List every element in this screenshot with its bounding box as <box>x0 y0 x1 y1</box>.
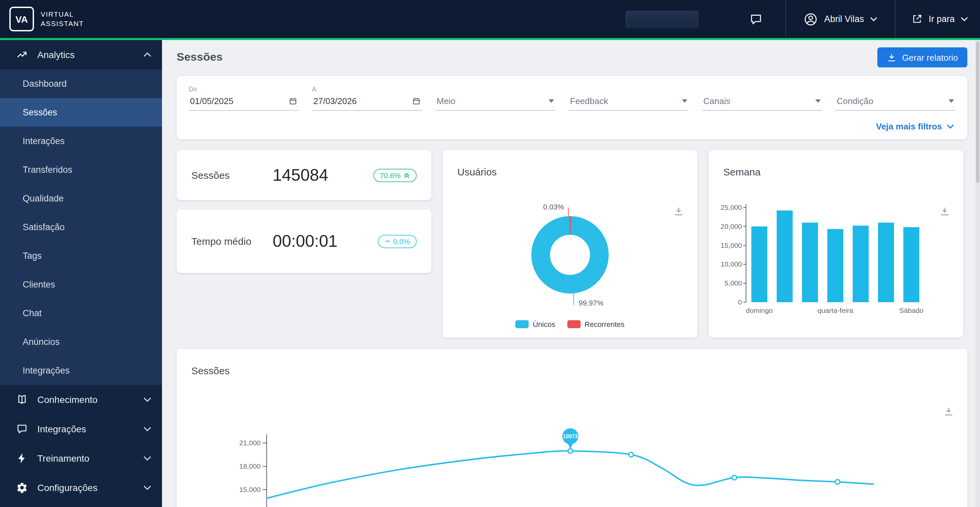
chevron-down-icon <box>143 426 151 432</box>
donut-legend: Únicos Recorrentes <box>443 320 697 328</box>
download-chart-button[interactable] <box>673 206 684 217</box>
svg-text:21,000: 21,000 <box>239 439 261 446</box>
user-avatar-icon <box>803 12 818 26</box>
sidebar-item-interacoes[interactable]: Interações <box>0 127 162 155</box>
feedback-select[interactable]: Feedback <box>569 94 689 111</box>
sidebar-item-chat[interactable]: Chat <box>0 299 162 328</box>
svg-text:19973: 19973 <box>563 434 578 439</box>
sidebar-item-transferidos[interactable]: Transferidos <box>0 155 162 184</box>
chat-button[interactable] <box>727 12 785 26</box>
app-logo: VA <box>10 7 34 31</box>
external-link-icon <box>912 13 923 25</box>
brand: VA VIRTUAL ASSISTANT <box>0 7 84 31</box>
calendar-icon[interactable] <box>289 97 298 105</box>
speech-bubble-icon <box>16 423 28 435</box>
legend-swatch-cyan <box>515 320 529 328</box>
sidebar-item-satisfacao[interactable]: Satisfação <box>0 213 162 241</box>
kpi-value: 00:00:01 <box>273 231 338 251</box>
svg-text:25,000: 25,000 <box>721 204 742 211</box>
main-content: Sessões Gerar relatorio De 01/05/2025 <box>162 40 980 507</box>
go-to-menu[interactable]: Ir para <box>895 13 980 25</box>
canais-select[interactable]: Canais <box>702 94 822 111</box>
user-menu[interactable]: Abril Vilas <box>786 12 895 26</box>
users-donut-chart <box>520 205 620 305</box>
sidebar-section-analytics[interactable]: Analytics <box>0 40 162 69</box>
sidebar-item-qualidade[interactable]: Qualidade <box>0 184 162 213</box>
generate-report-button[interactable]: Gerar relatorio <box>877 47 967 67</box>
sidebar-section-conhecimento[interactable]: Conhecimento <box>0 385 162 414</box>
page-scrollbar[interactable] <box>975 40 980 507</box>
svg-text:domingo: domingo <box>746 306 773 314</box>
donut-pointer-red <box>568 207 569 216</box>
gear-icon <box>16 481 28 494</box>
sessions-chart-card: Sessões 21,00018,00015,00019973 <box>177 349 967 507</box>
section-label: Treinamento <box>37 453 89 464</box>
calendar-icon[interactable] <box>412 97 421 105</box>
more-filters-link[interactable]: Veja mais filtros <box>876 121 954 131</box>
sidebar-item-dashboard[interactable]: Dashboard <box>0 69 162 98</box>
sessions-line-chart: 21,00018,00015,00019973 <box>187 421 951 507</box>
analytics-subnav: Dashboard Sessões Interações Transferido… <box>0 69 162 385</box>
chevron-down-icon <box>961 17 968 21</box>
date-to-label: A <box>312 85 422 93</box>
sidebar-item-anuncios[interactable]: Anúncios <box>0 328 162 356</box>
report-button-label: Gerar relatorio <box>902 53 958 62</box>
donut-small-slice-label: 0.03% <box>543 203 564 211</box>
chevron-down-icon <box>870 17 877 21</box>
filters-card: De 01/05/2025 A 27/03/2026 <box>177 76 967 139</box>
accent-line <box>0 38 980 40</box>
sidebar-item-tags[interactable]: Tags <box>0 241 162 270</box>
legend-label: Únicos <box>533 320 555 328</box>
sidebar-section-treinamento[interactable]: Treinamento <box>0 444 162 473</box>
svg-text:15,000: 15,000 <box>721 241 742 249</box>
sidebar-section-configuracoes[interactable]: Configurações <box>0 473 162 502</box>
delta-value: 0.0% <box>393 237 410 245</box>
chevron-down-icon <box>947 124 954 129</box>
sidebar: Analytics Dashboard Sessões Interações T… <box>0 40 162 507</box>
sidebar-item-clientes[interactable]: Clientes <box>0 270 162 299</box>
line-chart-icon <box>16 49 28 61</box>
users-card: Usuários 0.03% 99.97% Únicos Recorre <box>443 150 697 338</box>
select-label: Canais <box>703 96 730 106</box>
chevron-down-icon <box>143 397 151 402</box>
meio-select[interactable]: Meio <box>435 94 555 111</box>
download-chart-button[interactable] <box>943 406 954 417</box>
select-label: Condição <box>837 96 873 106</box>
chat-bubble-icon <box>749 12 763 26</box>
dropdown-arrow-icon <box>549 99 554 103</box>
select-label: Feedback <box>570 96 608 106</box>
logo-text: VA <box>16 14 28 24</box>
date-to-field[interactable]: A 27/03/2026 <box>312 85 422 111</box>
svg-text:quarta-feira: quarta-feira <box>817 306 853 314</box>
go-to-label: Ir para <box>929 14 955 24</box>
sidebar-item-sessoes[interactable]: Sessões <box>0 98 162 127</box>
kpi-label: Sessões <box>191 169 255 182</box>
delta-badge-up: 70.6% <box>373 169 417 182</box>
svg-text:0: 0 <box>738 298 742 306</box>
condicao-select[interactable]: Condição <box>835 94 955 111</box>
card-title: Usuários <box>457 166 497 177</box>
kpi-value: 145084 <box>273 166 328 185</box>
date-from-field[interactable]: De 01/05/2025 <box>189 85 299 111</box>
chevron-up-icon <box>143 52 151 57</box>
minus-icon <box>385 238 391 244</box>
user-name: Abril Vilas <box>824 14 864 24</box>
page-title: Sessões <box>177 51 223 64</box>
book-icon <box>16 394 28 406</box>
sidebar-section-integracoes[interactable]: Integrações <box>0 414 162 444</box>
svg-text:Sábado: Sábado <box>899 306 923 314</box>
top-bar-right: Abril Vilas Ir para <box>625 0 980 38</box>
sessions-kpi-card: Sessões 145084 70.6% <box>177 150 431 200</box>
svg-text:18,000: 18,000 <box>239 462 261 470</box>
more-filters-label: Veja mais filtros <box>876 121 942 131</box>
legend-item-unicos: Únicos <box>515 320 555 328</box>
legend-label: Recorrentes <box>585 320 625 328</box>
chevron-down-icon <box>143 485 151 490</box>
sidebar-item-integracoes[interactable]: Integrações <box>0 356 162 385</box>
brand-line-1: VIRTUAL <box>41 10 84 19</box>
select-label: Meio <box>437 96 455 106</box>
brand-line-2: ASSISTANT <box>41 19 84 28</box>
section-label: Configurações <box>37 482 98 493</box>
double-chevron-up-icon <box>403 172 410 179</box>
scrollbar-thumb[interactable] <box>976 41 979 183</box>
